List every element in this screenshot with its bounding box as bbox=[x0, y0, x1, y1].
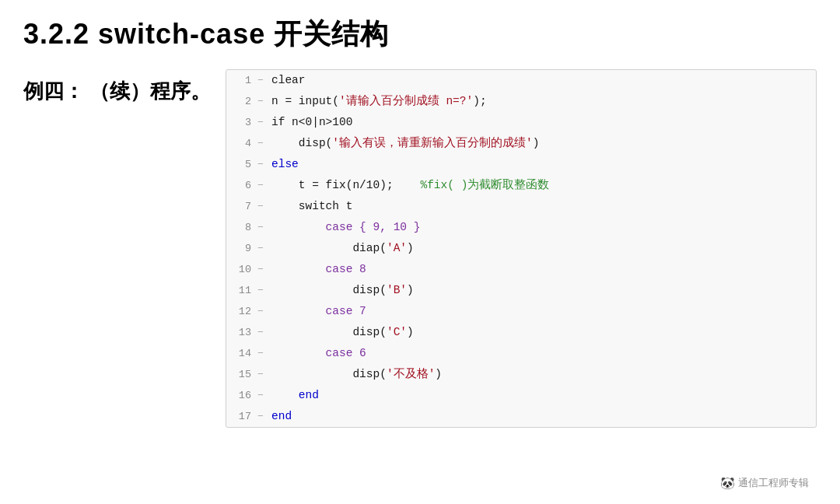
code-segment: ) bbox=[533, 137, 540, 149]
line-number: 1 bbox=[226, 75, 254, 86]
line-number: 17 bbox=[226, 411, 254, 422]
code-row: 6− t = fix(n/10); %fix( )为截断取整函数 bbox=[226, 175, 816, 196]
line-number: 5 bbox=[226, 159, 254, 170]
code-segment: switch t bbox=[271, 200, 352, 212]
code-row: 9− diap('A') bbox=[226, 238, 816, 259]
code-segment: case 7 bbox=[271, 305, 366, 317]
code-segment: '不及格' bbox=[387, 368, 435, 380]
code-row: 14− case 6 bbox=[226, 343, 816, 364]
code-segment: end bbox=[271, 389, 319, 401]
code-segment: t = fix(n/10); bbox=[271, 179, 420, 191]
code-row: 16− end bbox=[226, 385, 816, 406]
line-separator: − bbox=[254, 348, 267, 359]
code-row: 5−else bbox=[226, 154, 816, 175]
code-row: 2−n = input('请输入百分制成绩 n=?'); bbox=[226, 91, 816, 112]
code-row: 4− disp('输入有误，请重新输入百分制的成绩') bbox=[226, 133, 816, 154]
code-segment: ) bbox=[407, 242, 414, 254]
line-separator: − bbox=[254, 285, 267, 296]
code-segment: case { 9, 10 } bbox=[271, 221, 420, 233]
line-separator: − bbox=[254, 201, 267, 212]
line-code: end bbox=[267, 406, 816, 427]
line-separator: − bbox=[254, 264, 267, 275]
page: 3.2.2 switch-case 开关结构 例四： （续）程序。 1−clea… bbox=[0, 0, 840, 504]
line-number: 10 bbox=[226, 264, 254, 275]
code-row: 3−if n<0|n>100 bbox=[226, 112, 816, 133]
line-code: disp('不及格') bbox=[267, 364, 816, 385]
line-code: diap('A') bbox=[267, 238, 816, 259]
line-separator: − bbox=[254, 243, 267, 254]
code-segment: else bbox=[271, 158, 299, 170]
line-code: disp('输入有误，请重新输入百分制的成绩') bbox=[267, 133, 816, 154]
code-segment: case 8 bbox=[271, 263, 366, 275]
watermark: 🐼 通信工程师专辑 bbox=[720, 476, 809, 490]
watermark-icon: 🐼 bbox=[720, 476, 735, 490]
line-number: 4 bbox=[226, 138, 254, 149]
code-segment: disp( bbox=[271, 284, 387, 296]
code-segment: clear bbox=[271, 74, 306, 86]
line-code: case { 9, 10 } bbox=[267, 217, 816, 238]
code-row: 1−clear bbox=[226, 70, 816, 91]
line-separator: − bbox=[254, 138, 267, 149]
code-row: 15− disp('不及格') bbox=[226, 364, 816, 385]
code-row: 12− case 7 bbox=[226, 301, 816, 322]
line-number: 6 bbox=[226, 180, 254, 191]
line-code: else bbox=[267, 154, 816, 175]
line-separator: − bbox=[254, 117, 267, 128]
code-row: 7− switch t bbox=[226, 196, 816, 217]
line-code: case 7 bbox=[267, 301, 816, 322]
line-separator: − bbox=[254, 390, 267, 401]
line-number: 12 bbox=[226, 306, 254, 317]
line-code: case 8 bbox=[267, 259, 816, 280]
line-number: 16 bbox=[226, 390, 254, 401]
line-separator: − bbox=[254, 222, 267, 233]
code-row: 8− case { 9, 10 } bbox=[226, 217, 816, 238]
code-segment: %fix( )为截断取整函数 bbox=[420, 179, 549, 191]
code-segment: n = input( bbox=[271, 95, 339, 107]
code-row: 11− disp('B') bbox=[226, 280, 816, 301]
code-row: 13− disp('C') bbox=[226, 322, 816, 343]
line-separator: − bbox=[254, 180, 267, 191]
content-area: 例四： （续）程序。 1−clear2−n = input('请输入百分制成绩 … bbox=[23, 69, 817, 428]
line-separator: − bbox=[254, 75, 267, 86]
page-title: 3.2.2 switch-case 开关结构 bbox=[23, 16, 817, 54]
code-segment: case 6 bbox=[271, 347, 366, 359]
code-segment: ) bbox=[407, 284, 414, 296]
line-code: switch t bbox=[267, 196, 816, 217]
code-container: 1−clear2−n = input('请输入百分制成绩 n=?');3−if … bbox=[226, 70, 816, 427]
code-segment: ); bbox=[473, 95, 486, 107]
line-number: 11 bbox=[226, 285, 254, 296]
line-code: disp('C') bbox=[267, 322, 816, 343]
line-number: 14 bbox=[226, 348, 254, 359]
line-code: clear bbox=[267, 70, 816, 91]
line-code: case 6 bbox=[267, 343, 816, 364]
line-separator: − bbox=[254, 327, 267, 338]
line-number: 15 bbox=[226, 369, 254, 380]
code-segment: disp( bbox=[271, 368, 387, 380]
line-code: t = fix(n/10); %fix( )为截断取整函数 bbox=[267, 175, 816, 196]
line-number: 8 bbox=[226, 222, 254, 233]
code-segment: ) bbox=[407, 326, 414, 338]
code-segment: 'C' bbox=[387, 326, 407, 338]
code-segment: '请输入百分制成绩 n=?' bbox=[339, 95, 473, 107]
line-number: 2 bbox=[226, 96, 254, 107]
code-segment: diap( bbox=[271, 242, 387, 254]
code-segment: '输入有误，请重新输入百分制的成绩' bbox=[332, 137, 532, 149]
line-number: 9 bbox=[226, 243, 254, 254]
watermark-text: 通信工程师专辑 bbox=[738, 476, 809, 490]
code-segment: if n<0|n>100 bbox=[271, 116, 352, 128]
code-segment: disp( bbox=[271, 326, 387, 338]
code-segment: 'A' bbox=[387, 242, 407, 254]
line-code: disp('B') bbox=[267, 280, 816, 301]
line-number: 7 bbox=[226, 201, 254, 212]
code-segment: 'B' bbox=[387, 284, 407, 296]
line-code: n = input('请输入百分制成绩 n=?'); bbox=[267, 91, 816, 112]
example-label: 例四： （续）程序。 bbox=[23, 69, 226, 108]
line-code: if n<0|n>100 bbox=[267, 112, 816, 133]
line-number: 13 bbox=[226, 327, 254, 338]
code-row: 10− case 8 bbox=[226, 259, 816, 280]
line-separator: − bbox=[254, 411, 267, 422]
code-segment: disp( bbox=[271, 137, 332, 149]
line-separator: − bbox=[254, 369, 267, 380]
code-segment: ) bbox=[435, 368, 442, 380]
line-number: 3 bbox=[226, 117, 254, 128]
